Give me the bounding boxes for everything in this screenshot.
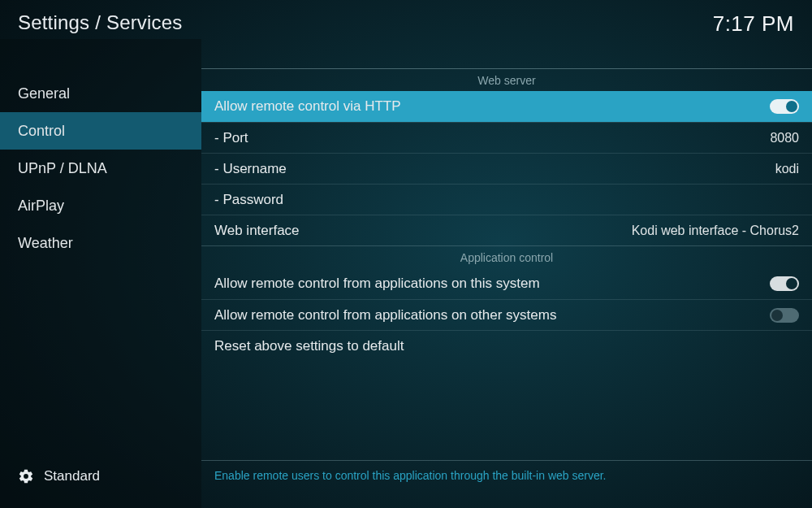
setting-label: Allow remote control via HTTP [214, 98, 401, 115]
setting-row[interactable]: Allow remote control from applications o… [201, 299, 812, 330]
toggle-switch[interactable] [770, 308, 799, 323]
sidebar-item-upnp-dlna[interactable]: UPnP / DLNA [0, 150, 201, 187]
setting-label: - Port [214, 130, 248, 146]
sidebar-item-weather[interactable]: Weather [0, 224, 201, 262]
setting-value: Kodi web interface - Chorus2 [632, 224, 799, 238]
sidebar-item-airplay[interactable]: AirPlay [0, 187, 201, 224]
setting-value: kodi [775, 162, 799, 176]
toggle-switch[interactable] [770, 276, 799, 291]
header: Settings / Services 7:17 PM [0, 0, 812, 39]
clock: 7:17 PM [713, 11, 794, 37]
section-header: Web server [201, 68, 812, 91]
settings-level-label: Standard [44, 468, 100, 484]
section-header: Application control [201, 245, 812, 268]
setting-row[interactable]: - Password [201, 184, 812, 215]
hint-text: Enable remote users to control this appl… [201, 461, 812, 508]
setting-row[interactable]: - Usernamekodi [201, 153, 812, 184]
sidebar-item-control[interactable]: Control [0, 112, 201, 150]
setting-label: Reset above settings to default [214, 338, 404, 354]
setting-label: Allow remote control from applications o… [214, 276, 540, 292]
content: Web serverAllow remote control via HTTP-… [201, 39, 812, 508]
setting-label: Web interface [214, 223, 300, 239]
setting-row[interactable]: Allow remote control via HTTP [201, 91, 812, 122]
gear-icon [18, 468, 34, 484]
sidebar: GeneralControlUPnP / DLNAAirPlayWeather … [0, 39, 201, 508]
setting-row[interactable]: - Port8080 [201, 122, 812, 153]
setting-row[interactable]: Allow remote control from applications o… [201, 268, 812, 299]
sidebar-item-general[interactable]: General [0, 75, 201, 112]
setting-value: 8080 [770, 131, 799, 145]
setting-label: - Username [214, 161, 287, 177]
breadcrumb: Settings / Services [18, 11, 183, 34]
settings-level-button[interactable]: Standard [0, 458, 201, 495]
setting-row[interactable]: Reset above settings to default [201, 330, 812, 361]
setting-label: - Password [214, 192, 283, 208]
toggle-switch[interactable] [770, 99, 799, 114]
setting-label: Allow remote control from applications o… [214, 307, 556, 323]
setting-row[interactable]: Web interfaceKodi web interface - Chorus… [201, 215, 812, 245]
